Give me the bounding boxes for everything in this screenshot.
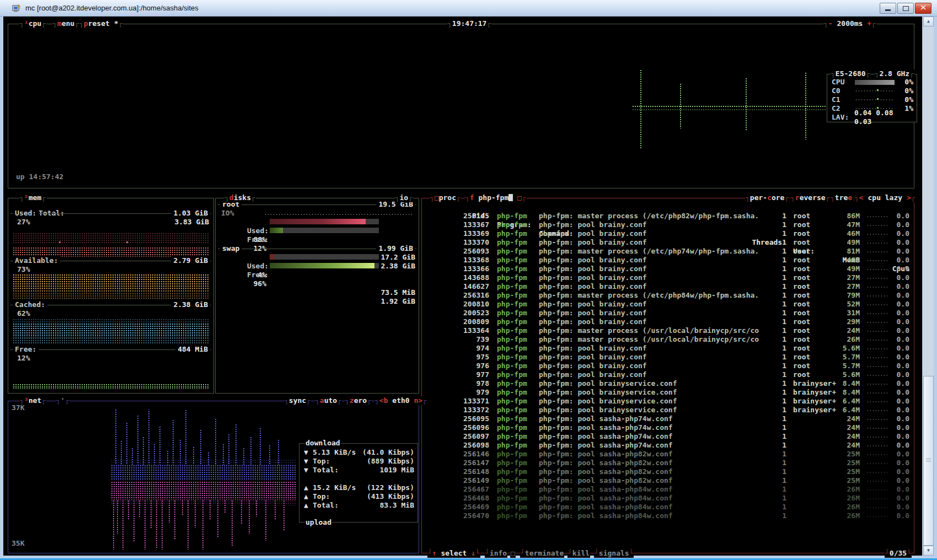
proc-row[interactable]: 146627php-fpmphp-fpm: pool brainy.conf1r… <box>422 282 914 291</box>
signals-button[interactable]: ┘signals└ <box>594 549 634 558</box>
proc-threads: 1 <box>734 432 786 441</box>
auto-button[interactable]: ┐auto┌ <box>315 396 342 405</box>
up-arrow-icon[interactable]: ↑ <box>432 549 437 557</box>
proc-cpu-mini-graph <box>866 348 887 351</box>
proc-row[interactable]: 133364php-fpmphp-fpm: master process (/u… <box>422 326 914 335</box>
down-arrow-icon[interactable]: ↓ <box>471 549 475 557</box>
sort-selector[interactable]: ┐< cpu lazy >┌ <box>854 193 916 202</box>
proc-row[interactable]: 256467php-fpmphp-fpm: pool sasha-php84w.… <box>422 485 914 494</box>
proc-row[interactable]: 256146php-fpmphp-fpm: pool sasha-php82w.… <box>422 450 914 459</box>
iface-next-button[interactable]: n> <box>414 396 422 405</box>
proc-row[interactable]: 256095php-fpmphp-fpm: pool sasha-php74w.… <box>422 414 914 423</box>
sort-prev-icon[interactable]: < <box>859 193 864 202</box>
proc-row[interactable]: 256147php-fpmphp-fpm: pool sasha-php82w.… <box>422 459 914 467</box>
proc-row[interactable]: 133372php-fpmphp-fpm: pool brainyservice… <box>422 406 914 414</box>
proc-row[interactable]: 979php-fpmphp-fpm: pool brainyservice.co… <box>422 388 914 397</box>
proc-row[interactable]: 133367php-fpmphp-fpm: pool brainy.conf1r… <box>422 220 914 229</box>
proc-row[interactable]: 256096php-fpmphp-fpm: pool sasha-php74w.… <box>422 423 914 432</box>
menu-button[interactable]: ┐menu┌ <box>52 19 79 28</box>
proc-row[interactable]: 256149php-fpmphp-fpm: pool sasha-php82w.… <box>422 476 914 485</box>
proc-row[interactable]: 200810php-fpmphp-fpm: pool brainy.conf1r… <box>422 300 914 309</box>
select-control[interactable]: ┘↑ select ↓└ <box>427 549 480 558</box>
per-core-toggle[interactable]: ┐per-core┌ <box>745 193 789 202</box>
disk-swap-free-row: Free: 96% 1.92 GiB <box>221 262 415 271</box>
proc-row[interactable]: 256316php-fpmphp-fpm: master process (/e… <box>422 291 914 300</box>
proc-row[interactable]: 200809php-fpmphp-fpm: pool brainy.conf1r… <box>422 317 914 326</box>
minimize-button[interactable] <box>880 3 896 14</box>
reverse-toggle[interactable]: ┐reverse┌ <box>790 193 830 202</box>
graph-spike <box>153 444 156 465</box>
scrollbar[interactable]: ▲ ▼ <box>922 17 934 556</box>
proc-row[interactable]: 256098php-fpmphp-fpm: pool sasha-php74w.… <box>422 441 914 450</box>
tree-toggle[interactable]: ┐tree┌ <box>830 193 857 202</box>
maximize-button[interactable] <box>897 3 914 14</box>
proc-row[interactable]: 256093php-fpmphp-fpm: master process (/e… <box>422 247 914 256</box>
cpu-box-number: ¹ <box>24 19 29 28</box>
proc-user: root <box>793 212 810 220</box>
proc-program: php-fpm <box>497 256 527 265</box>
proc-memb: 52M <box>822 300 860 309</box>
proc-cpu-mini-graph <box>866 401 887 403</box>
io-toggle-button[interactable]: ┐io┌ <box>395 193 413 202</box>
interval-plus-button[interactable]: + <box>867 19 871 28</box>
proc-program: php-fpm <box>497 511 527 520</box>
proc-cpu-percent: 0.0 <box>887 238 909 247</box>
disk-root-free-meter <box>270 228 379 233</box>
terminate-button[interactable]: ┘terminate <box>520 549 564 558</box>
mem-box-title: ┐²mem┌ <box>19 193 46 202</box>
proc-row[interactable]: 976php-fpmphp-fpm: pool brainy.conf1root… <box>422 362 914 370</box>
proc-pid: 133372 <box>425 406 489 414</box>
proc-program: php-fpm <box>497 494 527 503</box>
proc-row[interactable]: 133366php-fpmphp-fpm: pool brainy.conf1r… <box>422 265 914 273</box>
proc-pid: 256316 <box>425 291 489 300</box>
kill-button[interactable]: ┘kill <box>567 549 590 558</box>
graph-spike <box>202 500 204 550</box>
proc-row[interactable]: 256470php-fpmphp-fpm: pool sasha-php84w.… <box>422 511 914 520</box>
process-filter[interactable]: ┐f php-fpm □┌ <box>465 193 527 202</box>
interval-minus-button[interactable]: - <box>828 19 833 28</box>
proc-row[interactable]: 133370php-fpmphp-fpm: pool brainy.conf1r… <box>422 238 914 247</box>
window-titlebar[interactable]: mc [root@a202.itdeveloper.com.ua]:/home/… <box>0 0 937 17</box>
graph-spike <box>131 448 133 465</box>
sync-button[interactable]: ┐sync┌ <box>284 396 311 405</box>
close-button[interactable] <box>915 3 931 14</box>
proc-row[interactable]: 143688php-fpmphp-fpm: pool brainy.conf1r… <box>422 273 914 282</box>
proc-row[interactable]: 975php-fpmphp-fpm: pool brainy.conf1root… <box>422 353 914 362</box>
iface-prev-button[interactable]: <b <box>379 396 388 405</box>
proc-row[interactable]: 133368php-fpmphp-fpm: pool brainy.conf1r… <box>422 256 914 265</box>
proc-row[interactable]: 739php-fpmphp-fpm: master process (/usr/… <box>422 335 914 344</box>
proc-command: php-fpm: master process (/usr/local/brai… <box>539 326 759 335</box>
filter-input[interactable]: php-fpm <box>478 193 508 202</box>
proc-threads: 1 <box>734 511 786 520</box>
putty-icon <box>12 4 21 13</box>
proc-row[interactable]: 256145php-fpmphp-fpm: master process (/e… <box>422 212 914 220</box>
proc-row[interactable]: 133369php-fpmphp-fpm: pool brainy.conf1r… <box>422 229 914 238</box>
info-button[interactable]: ┘info <box>485 549 507 558</box>
proc-command: php-fpm: pool brainyservice.conf <box>539 406 677 414</box>
graph-spike <box>640 69 642 148</box>
proc-row[interactable]: 133371php-fpmphp-fpm: pool brainyservice… <box>422 397 914 406</box>
scrollbar-up-icon[interactable]: ▲ <box>923 17 934 26</box>
proc-user: root <box>793 220 810 229</box>
proc-row[interactable]: 256468php-fpmphp-fpm: pool sasha-php84w.… <box>422 494 914 503</box>
proc-row[interactable]: 974php-fpmphp-fpm: pool brainy.conf1root… <box>422 344 914 353</box>
scrollbar-down-icon[interactable]: ▼ <box>923 546 934 556</box>
proc-cpu-mini-graph <box>866 365 887 368</box>
proc-command: php-fpm: pool brainy.conf <box>539 229 647 238</box>
proc-cpu-percent: 0.0 <box>887 485 909 494</box>
scrollbar-thumb[interactable] <box>923 376 934 546</box>
proc-row[interactable]: 200523php-fpmphp-fpm: pool brainy.conf1r… <box>422 309 914 317</box>
graph-spike <box>148 410 150 465</box>
proc-row[interactable]: 978php-fpmphp-fpm: pool brainyservice.co… <box>422 379 914 388</box>
sort-next-icon[interactable]: > <box>907 193 911 202</box>
proc-cpu-mini-graph <box>866 286 887 289</box>
proc-row[interactable]: 977php-fpmphp-fpm: pool brainy.conf1root… <box>422 370 914 379</box>
proc-row[interactable]: 256469php-fpmphp-fpm: pool sasha-php84w.… <box>422 503 914 511</box>
preset-button[interactable]: ┐preset *┌ <box>79 19 123 28</box>
disk-root-free-row: Free: 12% 2.38 GiB <box>221 227 415 235</box>
interface-switcher[interactable]: ┐<b eth0 n>┌ <box>374 396 427 405</box>
proc-row[interactable]: 256097php-fpmphp-fpm: pool sasha-php74w.… <box>422 432 914 441</box>
filter-clear-icon[interactable]: □ <box>517 193 522 202</box>
zero-button[interactable]: ┐zero┌ <box>345 396 372 405</box>
proc-row[interactable]: 256148php-fpmphp-fpm: pool sasha-php82w.… <box>422 467 914 476</box>
